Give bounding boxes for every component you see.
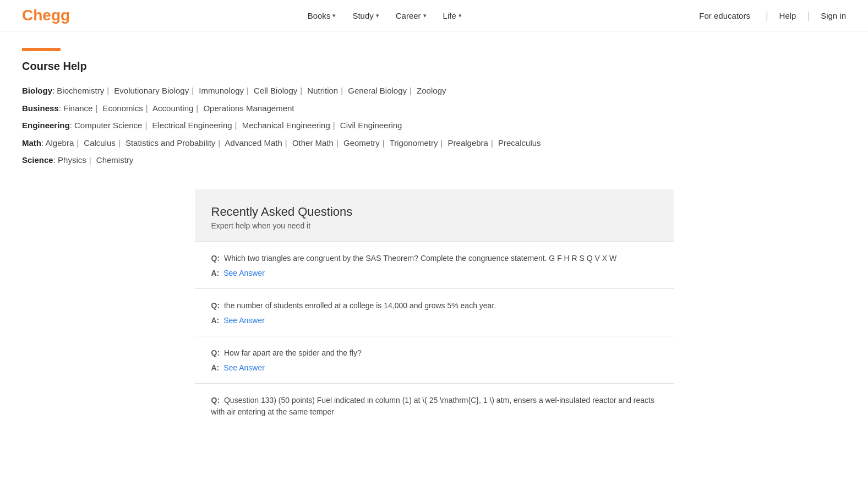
for-educators-link[interactable]: For educators: [699, 11, 760, 20]
math-label: Math: [22, 138, 41, 148]
books-arrow-icon: ▾: [332, 12, 336, 19]
divider-2: |: [801, 10, 815, 21]
study-arrow-icon: ▾: [376, 12, 379, 19]
sign-in-link[interactable]: Sign in: [815, 11, 846, 20]
math-other-math[interactable]: Other Math: [292, 138, 334, 148]
eng-mechanical-engineering[interactable]: Mechanical Engineering: [242, 121, 330, 130]
site-header: Chegg Books ▾ Study ▾ Career ▾ Life ▾ Fo…: [0, 0, 868, 31]
nav-books[interactable]: Books ▾: [308, 11, 336, 20]
sci-physics[interactable]: Physics: [58, 155, 86, 165]
life-arrow-icon: ▾: [458, 12, 462, 19]
science-section: Science: Physics| Chemistry: [22, 153, 846, 167]
nav-life[interactable]: Life ▾: [443, 11, 462, 20]
raq-subtitle: Expert help when you need it: [211, 221, 657, 230]
raq-header: Recently Asked Questions Expert help whe…: [195, 189, 674, 242]
nav-study[interactable]: Study ▾: [352, 11, 379, 20]
raq-title: Recently Asked Questions: [211, 205, 657, 219]
qa-answer-2: A: See Answer: [211, 316, 657, 325]
math-statistics-probability[interactable]: Statistics and Probability: [125, 138, 215, 148]
engineering-section: Engineering: Computer Science| Electrica…: [22, 118, 846, 133]
math-calculus[interactable]: Calculus: [84, 138, 116, 148]
header-right: For educators | Help | Sign in: [699, 10, 846, 21]
bio-zoology[interactable]: Zoology: [417, 86, 446, 95]
bus-accounting[interactable]: Accounting: [152, 103, 193, 113]
bio-cell-biology[interactable]: Cell Biology: [254, 86, 297, 95]
qa-question-2: Q: the number of students enrolled at a …: [211, 300, 657, 312]
qa-answer-3: A: See Answer: [211, 363, 657, 372]
qa-item-4: Q: Qusestion 133) (50 points) Fuel indic…: [195, 384, 674, 433]
see-answer-3[interactable]: See Answer: [223, 363, 265, 372]
see-answer-2[interactable]: See Answer: [223, 316, 265, 325]
business-section: Business: Finance| Economics| Accounting…: [22, 101, 846, 116]
help-link[interactable]: Help: [774, 11, 802, 20]
engineering-label: Engineering: [22, 121, 70, 130]
math-section: Math: Algebra| Calculus| Statistics and …: [22, 136, 846, 150]
eng-computer-science[interactable]: Computer Science: [74, 121, 142, 130]
bio-evolutionary-biology[interactable]: Evolutionary Biology: [114, 86, 189, 95]
raq-container: Recently Asked Questions Expert help whe…: [195, 189, 674, 433]
main-content: Course Help Biology: Biochemistry| Evolu…: [0, 31, 868, 450]
main-nav: Books ▾ Study ▾ Career ▾ Life ▾: [308, 11, 462, 20]
math-algebra[interactable]: Algebra: [46, 138, 74, 148]
math-precalculus[interactable]: Precalculus: [498, 138, 541, 148]
qa-item-3: Q: How far apart are the spider and the …: [195, 336, 674, 384]
bio-biochemistry[interactable]: Biochemistry: [57, 86, 104, 95]
bio-nutrition[interactable]: Nutrition: [307, 86, 338, 95]
divider-1: |: [760, 10, 774, 21]
math-prealgebra[interactable]: Prealgebra: [448, 138, 488, 148]
career-arrow-icon: ▾: [423, 12, 427, 19]
see-answer-1[interactable]: See Answer: [223, 269, 265, 277]
bus-finance[interactable]: Finance: [63, 103, 92, 113]
business-label: Business: [22, 103, 59, 113]
math-trigonometry[interactable]: Trigonometry: [390, 138, 438, 148]
bio-immunology[interactable]: Immunology: [199, 86, 244, 95]
qa-item-2: Q: the number of students enrolled at a …: [195, 289, 674, 336]
orange-accent-bar: [22, 48, 61, 51]
eng-civil-engineering[interactable]: Civil Engineering: [340, 121, 402, 130]
science-label: Science: [22, 155, 53, 165]
qa-question-1: Q: Which two triangles are congruent by …: [211, 253, 657, 264]
sci-chemistry[interactable]: Chemistry: [96, 155, 134, 165]
qa-question-3: Q: How far apart are the spider and the …: [211, 347, 657, 359]
nav-career[interactable]: Career ▾: [396, 11, 427, 20]
course-help-title: Course Help: [22, 60, 846, 73]
qa-question-4: Q: Qusestion 133) (50 points) Fuel indic…: [211, 395, 657, 418]
biology-label: Biology: [22, 86, 52, 95]
math-advanced-math[interactable]: Advanced Math: [225, 138, 282, 148]
qa-item-1: Q: Which two triangles are congruent by …: [195, 242, 674, 289]
qa-answer-1: A: See Answer: [211, 269, 657, 277]
eng-electrical-engineering[interactable]: Electrical Engineering: [152, 121, 232, 130]
bio-general-biology[interactable]: General Biology: [348, 86, 407, 95]
math-geometry[interactable]: Geometry: [343, 138, 380, 148]
bus-economics[interactable]: Economics: [103, 103, 143, 113]
biology-section: Biology: Biochemistry| Evolutionary Biol…: [22, 84, 846, 98]
bus-operations-management[interactable]: Operations Management: [203, 103, 294, 113]
logo[interactable]: Chegg: [22, 7, 70, 24]
